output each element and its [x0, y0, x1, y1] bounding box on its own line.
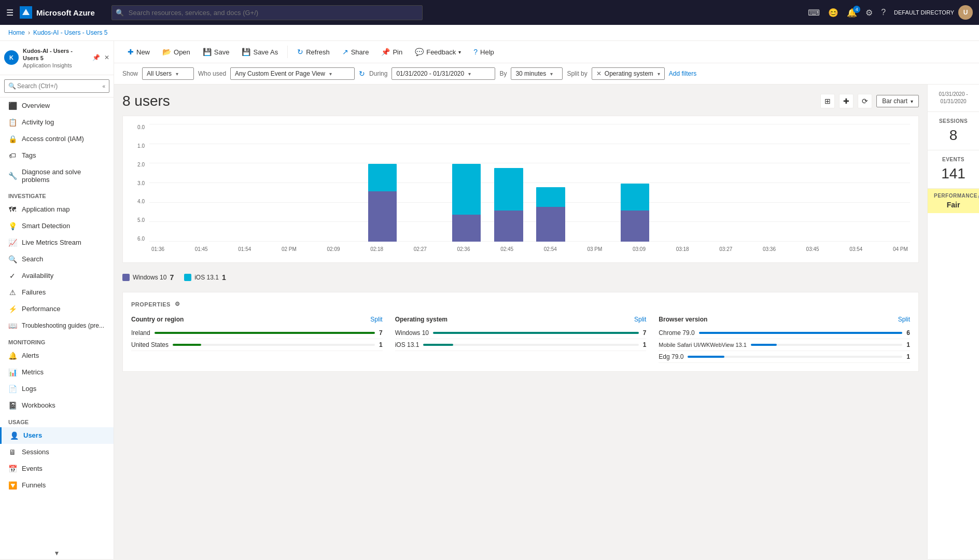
global-search-input[interactable] — [111, 5, 423, 20]
sidebar-item-overview[interactable]: ⬛ Overview — [0, 97, 114, 114]
prop-col-browser: Browser version Split Chrome 79.0 6 — [659, 316, 910, 363]
overview-icon: ⬛ — [8, 102, 17, 110]
breadcrumb-parent[interactable]: Kudos-AI - Users - Users 5 — [33, 29, 107, 36]
x-label-11: 03:09 — [633, 246, 646, 252]
sidebar-item-events-label: Events — [22, 465, 43, 472]
collapse-sidebar-icon[interactable]: « — [102, 83, 105, 89]
settings-icon[interactable]: ⚙ — [865, 8, 873, 18]
x-label-3: 02 PM — [282, 246, 297, 252]
sidebar-item-search[interactable]: 🔍 Search — [0, 251, 114, 268]
sidebar-item-troubleshooting[interactable]: 📖 Troubleshooting guides (pre... — [0, 317, 114, 334]
user-profile[interactable]: DEFAULT DIRECTORY U — [894, 5, 973, 20]
sidebar-item-diagnose-label: Diagnose and solve problems — [22, 168, 105, 184]
sidebar-item-live-metrics[interactable]: 📈 Live Metrics Stream — [0, 234, 114, 251]
prop-row-edge: Edg 79.0 1 — [659, 351, 910, 363]
feedback-button[interactable]: 💬 Feedback ▾ — [410, 45, 466, 59]
feedback-icon[interactable]: 😊 — [828, 8, 838, 18]
add-chart-icon[interactable]: ✚ — [839, 94, 854, 108]
bar-group-14 — [740, 124, 781, 242]
events-value: 141 — [941, 165, 966, 182]
share-chart-icon[interactable]: ⟳ — [858, 94, 872, 108]
new-button[interactable]: ✚ New — [122, 45, 155, 59]
sidebar-item-failures[interactable]: ⚠ Failures — [0, 284, 114, 301]
filter-refresh-icon[interactable]: ↻ — [359, 69, 365, 78]
failures-icon: ⚠ — [8, 288, 17, 297]
sidebar-item-events[interactable]: 📅 Events — [0, 460, 114, 477]
prop-value-safari: 1 — [906, 341, 910, 348]
prop-country-split-link[interactable]: Split — [370, 316, 382, 323]
save-as-button[interactable]: 💾 Save As — [236, 45, 283, 59]
sidebar-search-icon: 🔍 — [8, 82, 16, 90]
search-icon: 🔍 — [116, 9, 124, 17]
during-dropdown[interactable]: 01/31/2020 - 01/31/2020 ▾ — [391, 67, 495, 80]
sidebar-item-users[interactable]: 👤 Users — [0, 427, 114, 444]
hamburger-icon[interactable]: ☰ — [6, 8, 13, 18]
properties-gear-icon[interactable]: ⚙ — [175, 301, 180, 307]
sidebar-item-activity-log[interactable]: 📋 Activity log — [0, 114, 114, 131]
prop-label-win10: Windows 10 — [395, 329, 429, 337]
sidebar-item-access-control[interactable]: 🔒 Access control (IAM) — [0, 131, 114, 147]
sidebar-item-performance[interactable]: ⚡ Performance — [0, 301, 114, 317]
share-button[interactable]: ↗ Share — [337, 45, 374, 59]
sidebar-section-monitoring: Monitoring — [0, 334, 114, 347]
sessions-value: 8 — [949, 127, 958, 144]
by-chevron-icon: ▾ — [550, 71, 553, 77]
sidebar-item-metrics[interactable]: 📊 Metrics — [0, 364, 114, 381]
svg-marker-0 — [22, 9, 30, 15]
bar-purple-5 — [368, 191, 397, 242]
save-button[interactable]: 💾 Save — [198, 45, 235, 59]
properties-title: PROPERTIES — [131, 301, 171, 307]
prop-value-us: 1 — [379, 341, 383, 348]
prop-browser-split-link[interactable]: Split — [898, 316, 910, 323]
sidebar-item-application-map[interactable]: 🗺 Application map — [0, 201, 114, 218]
sidebar-item-logs[interactable]: 📄 Logs — [0, 381, 114, 397]
sidebar-item-smart-detection[interactable]: 💡 Smart Detection — [0, 218, 114, 234]
help-icon: ? — [473, 48, 478, 56]
access-control-icon: 🔒 — [8, 135, 17, 143]
who-used-chevron-icon: ▾ — [329, 71, 332, 77]
sidebar-scroll-down[interactable]: ▼ — [0, 548, 114, 559]
global-search[interactable]: 🔍 — [111, 5, 423, 20]
sidebar-item-alerts[interactable]: 🔔 Alerts — [0, 347, 114, 364]
sidebar-item-sessions[interactable]: 🖥 Sessions — [0, 444, 114, 460]
sidebar-item-diagnose[interactable]: 🔧 Diagnose and solve problems — [0, 164, 114, 188]
sidebar-item-funnels[interactable]: 🔽 Funnels — [0, 477, 114, 494]
cloud-shell-icon[interactable]: ⌨ — [808, 8, 820, 18]
legend-value-ios: 1 — [222, 273, 226, 282]
refresh-button[interactable]: ↻ Refresh — [292, 45, 335, 59]
split-by-clear-icon[interactable]: ✕ — [596, 70, 602, 77]
help-icon[interactable]: ? — [881, 8, 886, 17]
add-filters-link[interactable]: Add filters — [669, 68, 696, 79]
x-label-6: 02:27 — [414, 246, 427, 252]
prop-value-ireland: 7 — [379, 329, 383, 337]
split-by-dropdown[interactable]: ✕ Operating system ▾ — [592, 67, 665, 80]
sidebar-search-input[interactable] — [4, 79, 109, 93]
sidebar-item-workbooks[interactable]: 📓 Workbooks — [0, 397, 114, 414]
sidebar-item-alerts-label: Alerts — [22, 352, 39, 359]
legend-label-ios: iOS 13.1 — [194, 274, 219, 281]
sidebar-item-smartdetect-label: Smart Detection — [22, 222, 70, 230]
close-sidebar-icon[interactable]: ✕ — [104, 54, 109, 61]
sidebar-item-tags[interactable]: 🏷 Tags — [0, 147, 114, 164]
grid-view-icon[interactable]: ⊞ — [820, 94, 835, 108]
pin-button[interactable]: 📌 Pin — [376, 45, 408, 59]
bar-purple-11 — [621, 211, 649, 242]
breadcrumb-home[interactable]: Home — [8, 29, 25, 36]
chart-type-dropdown[interactable]: Bar chart ▾ — [876, 95, 919, 107]
chart-x-labels: 01:36 01:45 01:54 02 PM 02:09 02:18 02:2… — [149, 246, 910, 252]
bar-group-5 — [362, 124, 403, 242]
notifications-icon[interactable]: 🔔 4 — [847, 8, 857, 18]
prop-col-country: Country or region Split Ireland 7 — [131, 316, 383, 363]
availability-icon: ✓ — [8, 272, 17, 280]
open-button[interactable]: 📂 Open — [157, 45, 195, 59]
prop-os-split-link[interactable]: Split — [634, 316, 646, 323]
by-dropdown[interactable]: 30 minutes ▾ — [511, 67, 563, 80]
help-button[interactable]: ? Help — [468, 45, 499, 59]
show-label: Show — [122, 70, 138, 77]
unpin-icon[interactable]: 📌 — [92, 54, 100, 61]
open-icon: 📂 — [162, 48, 171, 56]
show-dropdown[interactable]: All Users ▾ — [142, 67, 194, 80]
sidebar-item-availability[interactable]: ✓ Availability — [0, 268, 114, 284]
prop-row-ios: iOS 13.1 1 — [395, 339, 647, 351]
who-used-dropdown[interactable]: Any Custom Event or Page View ▾ — [230, 67, 355, 80]
